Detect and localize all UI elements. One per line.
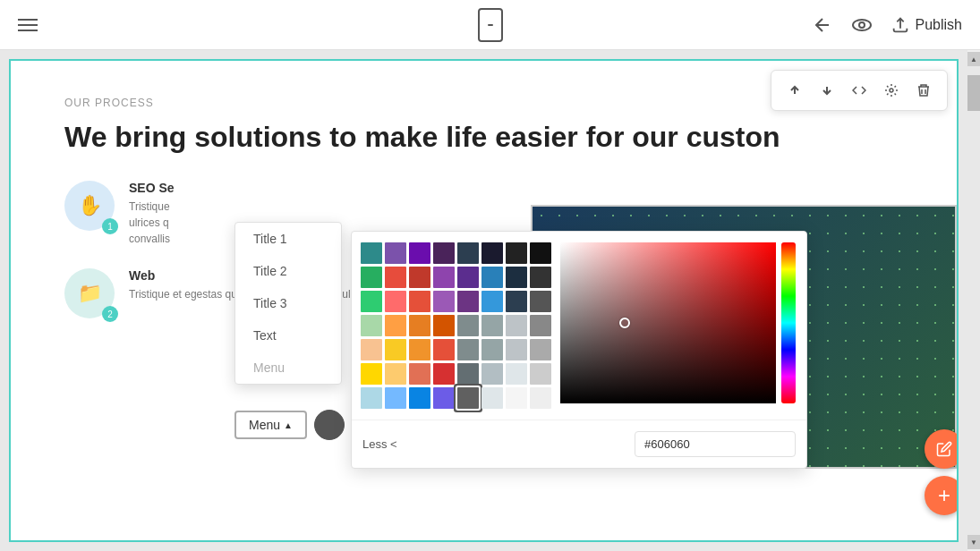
swatch[interactable] (433, 291, 455, 312)
swatch[interactable] (409, 387, 430, 409)
gradient-canvas[interactable] (560, 242, 776, 403)
swatch[interactable] (385, 315, 406, 336)
swatch[interactable] (481, 387, 503, 409)
swatch[interactable] (433, 315, 455, 336)
swatch[interactable] (481, 291, 503, 312)
swatch[interactable] (361, 387, 382, 409)
swatch[interactable] (481, 242, 503, 264)
swatch[interactable] (506, 339, 527, 360)
dropdown-arrow-icon: ▲ (284, 420, 293, 430)
hex-input[interactable] (635, 431, 796, 457)
gradient-picker-area[interactable] (560, 242, 796, 420)
dropdown-item-menu[interactable]: Menu (235, 352, 341, 384)
dropdown-item-title2[interactable]: Title 2 (235, 255, 341, 287)
swatch[interactable] (457, 339, 479, 360)
delete-button[interactable] (909, 76, 938, 105)
swatch[interactable] (530, 315, 551, 336)
move-down-button[interactable] (813, 76, 841, 105)
swatch[interactable] (409, 242, 430, 264)
scroll-down-button[interactable]: ▼ (967, 535, 980, 549)
swatch[interactable] (481, 363, 503, 385)
move-up-button[interactable] (780, 76, 809, 105)
menu-dropdown-button[interactable]: Menu ▲ (234, 411, 307, 439)
color-swatches-grid (352, 232, 560, 420)
swatch[interactable] (530, 339, 551, 360)
fab-edit-button[interactable] (925, 429, 959, 469)
swatch[interactable] (530, 242, 551, 264)
swatch[interactable] (457, 315, 479, 336)
dropdown-item-title3[interactable]: Title 3 (235, 287, 341, 319)
hue-bar[interactable] (781, 242, 796, 403)
swatch[interactable] (409, 267, 430, 288)
headline: We bring solutions to make life easier f… (64, 120, 903, 154)
swatch[interactable] (481, 315, 503, 336)
swatch[interactable] (530, 363, 551, 385)
service-icon-1: ✋ 1 (64, 181, 115, 231)
service-icon-2: 📁 2 (64, 268, 115, 318)
swatch[interactable] (433, 387, 455, 409)
gradient-handle[interactable] (619, 318, 630, 328)
swatch[interactable] (361, 339, 382, 360)
swatch[interactable] (361, 267, 382, 288)
swatch[interactable] (433, 363, 455, 385)
code-button[interactable] (845, 76, 873, 105)
back-button[interactable] (812, 14, 833, 36)
mobile-preview-icon[interactable] (478, 8, 503, 42)
swatch[interactable] (506, 315, 527, 336)
service-title-1: SEO Se (129, 181, 175, 195)
swatch[interactable] (409, 363, 430, 385)
circle-icon-button[interactable] (314, 410, 345, 440)
preview-button[interactable] (851, 16, 873, 34)
svg-point-0 (853, 20, 871, 30)
swatch[interactable] (361, 242, 382, 264)
settings-button[interactable] (877, 76, 906, 105)
swatch[interactable] (361, 363, 382, 385)
dropdown-item-title1[interactable]: Title 1 (235, 223, 341, 255)
swatch[interactable] (457, 291, 479, 312)
publish-button[interactable]: Publish (891, 15, 962, 35)
badge-1: 1 (102, 218, 118, 234)
swatch[interactable] (506, 363, 527, 385)
scrollbar: ▲ ▼ (967, 50, 980, 551)
floating-toolbar (771, 70, 948, 111)
service-desc-1: Tristiqueulrices qconvallis (129, 199, 175, 247)
swatch[interactable] (409, 291, 430, 312)
swatch[interactable] (457, 363, 479, 385)
hamburger-menu-button[interactable] (18, 19, 38, 31)
swatch-selected[interactable] (457, 387, 479, 409)
swatch[interactable] (457, 242, 479, 264)
swatch[interactable] (385, 339, 406, 360)
service-text-1: SEO Se Tristiqueulrices qconvallis (129, 181, 175, 247)
less-button[interactable]: Less < (362, 437, 397, 451)
swatch[interactable] (385, 267, 406, 288)
swatch[interactable] (506, 387, 527, 409)
swatch[interactable] (385, 363, 406, 385)
swatch[interactable] (409, 339, 430, 360)
swatch[interactable] (433, 242, 455, 264)
swatch[interactable] (385, 242, 406, 264)
swatch[interactable] (385, 387, 406, 409)
swatch[interactable] (457, 267, 479, 288)
swatch[interactable] (433, 267, 455, 288)
swatch[interactable] (361, 315, 382, 336)
swatch[interactable] (409, 315, 430, 336)
swatch[interactable] (506, 267, 527, 288)
fab-add-button[interactable]: + (925, 476, 959, 515)
main-area: OUR PROCESS We bring solutions to make l… (0, 50, 980, 551)
swatch[interactable] (433, 339, 455, 360)
swatch[interactable] (481, 267, 503, 288)
swatch[interactable] (530, 387, 551, 409)
publish-label: Publish (916, 17, 962, 33)
swatch[interactable] (361, 291, 382, 312)
swatch[interactable] (506, 291, 527, 312)
swatch[interactable] (530, 291, 551, 312)
dropdown-item-text[interactable]: Text (235, 319, 341, 352)
scroll-thumb[interactable] (967, 75, 980, 111)
swatch[interactable] (530, 267, 551, 288)
scroll-track (967, 66, 980, 535)
swatch[interactable] (481, 339, 503, 360)
swatch[interactable] (385, 291, 406, 312)
canvas-area: OUR PROCESS We bring solutions to make l… (9, 59, 959, 542)
swatch[interactable] (506, 242, 527, 264)
scroll-up-button[interactable]: ▲ (967, 52, 980, 66)
